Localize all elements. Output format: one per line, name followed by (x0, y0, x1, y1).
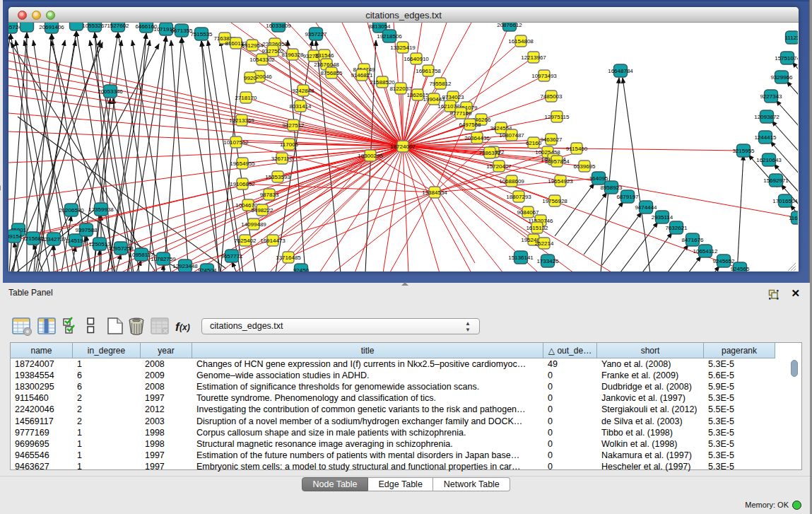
svg-text:13716485: 13716485 (276, 255, 301, 261)
svg-text:20364436: 20364436 (464, 135, 490, 141)
svg-text:19106852: 19106852 (230, 181, 255, 187)
svg-text:9146821: 9146821 (351, 72, 373, 78)
svg-text:10973493: 10973493 (531, 73, 557, 79)
svg-text:19384554: 19384554 (422, 189, 447, 196)
svg-text:252214: 252214 (535, 240, 554, 247)
svg-text:9227343: 9227343 (760, 93, 782, 100)
svg-text:16914473: 16914473 (260, 238, 286, 244)
svg-text:9357227: 9357227 (305, 31, 327, 37)
svg-text:9084067: 9084067 (517, 209, 539, 216)
svg-text:18807293: 18807293 (506, 194, 531, 200)
svg-text:16961758: 16961758 (416, 68, 441, 74)
svg-text:9474444: 9474444 (635, 204, 657, 211)
svg-text:9427512: 9427512 (282, 122, 305, 129)
svg-text:12093872: 12093872 (754, 114, 779, 120)
svg-text:7515535: 7515535 (190, 31, 213, 37)
svg-text:8196328: 8196328 (281, 52, 304, 58)
svg-text:9777169: 9777169 (449, 110, 472, 117)
svg-text:7955812: 7955812 (429, 81, 452, 87)
svg-text:14099489: 14099489 (241, 221, 266, 228)
svg-text:7386372: 7386372 (478, 150, 501, 156)
svg-text:19756928: 19756928 (542, 198, 567, 204)
svg-text:1145194: 1145194 (65, 238, 87, 244)
svg-text:6497568: 6497568 (459, 122, 481, 128)
svg-text:10654112: 10654112 (693, 248, 719, 255)
svg-text:20876612: 20876612 (497, 23, 522, 28)
svg-text:2935114: 2935114 (652, 214, 673, 221)
svg-text:10782759: 10782759 (151, 256, 176, 262)
svg-text:9920: 9920 (244, 75, 257, 81)
svg-text:(x): (x) (180, 322, 190, 332)
svg-text:15720407: 15720407 (486, 163, 512, 170)
svg-text:14957864: 14957864 (544, 158, 570, 165)
svg-text:12975115: 12975115 (545, 114, 570, 120)
svg-text:21588520: 21588520 (370, 79, 395, 86)
svg-text:18724007: 18724007 (390, 144, 416, 150)
svg-text:20691406: 20691406 (39, 24, 64, 30)
svg-text:8813054: 8813054 (368, 23, 391, 30)
svg-text:924504: 924504 (198, 267, 217, 271)
svg-text:17957253: 17957253 (108, 245, 134, 252)
svg-text:8031414: 8031414 (289, 103, 312, 110)
svg-text:15692971: 15692971 (763, 177, 789, 184)
svg-text:116753: 116753 (789, 215, 798, 221)
svg-text:5498222: 5498222 (251, 207, 273, 214)
svg-text:20206570: 20206570 (59, 207, 84, 214)
svg-text:23676048: 23676048 (314, 62, 339, 68)
svg-text:16640910: 16640910 (404, 56, 429, 62)
svg-text:924565: 924565 (731, 266, 750, 271)
svg-text:8471676: 8471676 (681, 237, 704, 243)
svg-text:39154: 39154 (8, 233, 23, 240)
svg-text:10107552: 10107552 (223, 139, 249, 146)
svg-text:10688609: 10688609 (499, 178, 524, 185)
svg-text:9734023: 9734023 (442, 94, 464, 100)
svg-text:20053346: 20053346 (98, 88, 123, 95)
svg-text:987833: 987833 (260, 192, 279, 198)
svg-text:7485003: 7485003 (540, 93, 563, 100)
svg-text:15353593: 15353593 (265, 174, 290, 180)
svg-text:231546: 231546 (315, 52, 334, 59)
svg-text:15136141: 15136141 (508, 255, 534, 261)
svg-text:10807487: 10807487 (499, 132, 524, 139)
svg-text:17016504: 17016504 (772, 198, 798, 204)
svg-text:9657771: 9657771 (220, 253, 243, 259)
svg-text:1615132: 1615132 (526, 225, 548, 231)
svg-text:117005: 117005 (280, 141, 299, 148)
svg-text:10553267: 10553267 (82, 23, 107, 29)
svg-text:15751074: 15751074 (775, 55, 798, 62)
svg-text:19654955: 19654955 (230, 160, 255, 167)
svg-text:6879197: 6879197 (616, 194, 639, 200)
svg-text:8958923: 8958923 (600, 185, 623, 191)
svg-text:92450: 92450 (293, 267, 310, 271)
svg-text:11123: 11123 (784, 35, 798, 41)
svg-text:12923448: 12923448 (172, 263, 198, 269)
svg-text:1244415: 1244415 (754, 134, 777, 141)
svg-text:12342737: 12342737 (41, 236, 66, 243)
svg-text:3267110: 3267110 (271, 156, 293, 162)
svg-text:9327502: 9327502 (261, 48, 284, 54)
svg-text:19654923: 19654923 (548, 178, 573, 185)
svg-text:9242848: 9242848 (292, 88, 314, 94)
svg-text:18300295: 18300295 (358, 153, 383, 159)
svg-text:62160: 62160 (526, 140, 542, 146)
svg-text:13325419: 13325419 (390, 45, 416, 51)
svg-text:17359938: 17359938 (88, 206, 114, 213)
svg-text:12213369: 12213369 (229, 117, 254, 124)
svg-text:8912954: 8912954 (241, 42, 264, 49)
svg-text:1527602: 1527602 (107, 23, 129, 29)
svg-text:16648784: 16648784 (608, 68, 633, 74)
svg-text:6039695: 6039695 (573, 163, 596, 170)
svg-text:3215955: 3215955 (732, 148, 755, 154)
svg-text:9463627: 9463627 (540, 136, 563, 143)
svg-text:16154808: 16154808 (508, 38, 534, 45)
svg-text:1733426: 1733426 (536, 258, 559, 264)
svg-text:10543302: 10543302 (249, 57, 275, 63)
svg-text:9115460: 9115460 (566, 146, 588, 152)
svg-text:2718170: 2718170 (235, 95, 257, 101)
svg-text:6671355: 6671355 (170, 28, 193, 34)
svg-text:16210643: 16210643 (756, 157, 782, 163)
svg-text:16033809: 16033809 (266, 23, 291, 29)
svg-text:8122037: 8122037 (389, 86, 412, 92)
svg-text:12213967: 12213967 (521, 54, 546, 61)
svg-text:164095: 164095 (589, 175, 608, 182)
